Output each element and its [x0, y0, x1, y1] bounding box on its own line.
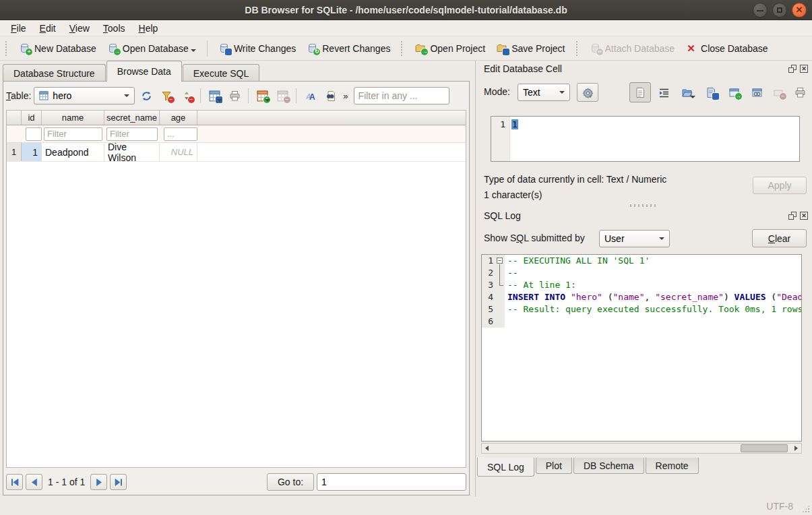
- sql-filter-select[interactable]: User: [599, 230, 670, 247]
- sql-log-hscrollbar[interactable]: [481, 443, 802, 454]
- previous-record-icon: [31, 479, 38, 486]
- edit-cell-toolbar: Mode: Text: [476, 82, 812, 102]
- cell-id[interactable]: 1: [22, 143, 42, 161]
- menu-view[interactable]: View: [63, 22, 96, 35]
- write-changes-button[interactable]: Write Changes: [213, 40, 301, 57]
- filter-any-column-input[interactable]: [354, 87, 449, 104]
- dock-tab-remote[interactable]: Remote: [646, 458, 699, 474]
- filter-input-name[interactable]: [44, 127, 102, 141]
- new-database-button[interactable]: + New Database: [13, 40, 102, 57]
- auto-mode-button[interactable]: [577, 83, 598, 102]
- sql-log-editor[interactable]: 1−-- EXECUTING ALL IN 'SQL 1'2--3-- At l…: [481, 254, 802, 442]
- tab-browse-data[interactable]: Browse Data: [106, 61, 182, 82]
- revert-changes-button[interactable]: ↻ Revert Changes: [301, 40, 396, 57]
- close-panel-icon[interactable]: ✕: [800, 212, 808, 220]
- indent-button[interactable]: [655, 84, 673, 101]
- cell-editor-content[interactable]: 1: [511, 119, 518, 129]
- save-project-button[interactable]: Save Project: [491, 40, 570, 57]
- dock-tab-db-schema[interactable]: DB Schema: [573, 458, 644, 474]
- scrollbar-thumb[interactable]: [741, 444, 788, 452]
- clear-sorting-button[interactable]: −: [178, 87, 195, 104]
- menu-tools[interactable]: Tools: [96, 22, 132, 35]
- print-icon: [794, 87, 806, 98]
- toolbar-overflow-chevron[interactable]: »: [342, 91, 349, 101]
- scroll-left-icon[interactable]: [482, 444, 492, 453]
- maximize-button[interactable]: [772, 3, 787, 18]
- sql-log-line: 2--: [482, 267, 801, 279]
- cell-editor[interactable]: 1 1: [491, 116, 800, 162]
- save-project-icon: [496, 42, 507, 54]
- edit-display-format-button[interactable]: AA: [301, 87, 319, 104]
- resize-grip[interactable]: [802, 505, 810, 513]
- copy-link-button[interactable]: [748, 84, 766, 101]
- delete-record-button[interactable]: −: [274, 87, 291, 104]
- apply-button[interactable]: Apply: [753, 177, 807, 194]
- toolbar-drag-handle[interactable]: [5, 41, 9, 56]
- close-panel-icon[interactable]: ✕: [800, 65, 808, 73]
- goto-input[interactable]: [317, 473, 466, 491]
- minimize-icon: [757, 10, 763, 11]
- tab-database-structure[interactable]: Database Structure: [3, 64, 106, 82]
- clear-log-button[interactable]: Clear: [752, 229, 807, 247]
- open-database-button[interactable]: → Open Database: [102, 40, 201, 57]
- menu-file[interactable]: File: [4, 22, 33, 35]
- find-in-table-button[interactable]: [321, 87, 339, 104]
- last-record-button[interactable]: [110, 474, 127, 490]
- menu-edit[interactable]: Edit: [33, 22, 63, 35]
- clear-filters-button[interactable]: −: [158, 87, 175, 104]
- chevron-down-icon: [659, 237, 664, 240]
- fold-collapse-icon[interactable]: −: [497, 258, 503, 264]
- window-title: DB Browser for SQLite - /home/user/code/…: [245, 5, 567, 16]
- cell-name[interactable]: Deadpond: [42, 143, 104, 161]
- table-select[interactable]: hero: [34, 87, 135, 104]
- open-database-dropdown-icon: [191, 49, 196, 52]
- import-icon: [681, 87, 693, 98]
- dock-tab-sql-log[interactable]: SQL Log: [477, 458, 534, 477]
- save-results-button[interactable]: [206, 87, 223, 104]
- column-header-id[interactable]: id: [22, 111, 42, 125]
- tab-execute-sql[interactable]: Execute SQL: [183, 64, 260, 82]
- minimize-button[interactable]: [753, 3, 768, 18]
- toolbar-drag-handle[interactable]: [576, 41, 580, 56]
- previous-record-button[interactable]: [26, 474, 42, 490]
- open-project-button[interactable]: → Open Project: [409, 40, 491, 57]
- sql-log-line: 6: [482, 315, 801, 328]
- column-header-age[interactable]: age: [160, 111, 197, 125]
- scrollbar-track[interactable]: [492, 444, 791, 453]
- mode-select[interactable]: Text: [518, 84, 570, 101]
- float-panel-icon[interactable]: [788, 212, 797, 220]
- dock-tab-plot[interactable]: Plot: [536, 458, 572, 474]
- export-data-button[interactable]: [702, 84, 720, 101]
- filter-input-id[interactable]: [26, 127, 42, 141]
- close-database-button[interactable]: ✕ Close Database: [680, 40, 774, 57]
- column-header-name[interactable]: name: [42, 111, 104, 125]
- refresh-button[interactable]: [137, 87, 155, 104]
- sql-log-line: 3-- At line 1:: [482, 279, 801, 291]
- float-panel-icon[interactable]: [788, 65, 797, 73]
- close-button[interactable]: ✕: [792, 3, 807, 18]
- toolbar-drag-handle[interactable]: [401, 41, 405, 56]
- first-record-button[interactable]: [6, 474, 23, 490]
- scroll-right-icon[interactable]: [791, 444, 801, 453]
- browse-toolbar: Table: hero −: [6, 86, 466, 106]
- print-button[interactable]: [226, 87, 243, 104]
- filter-input-age[interactable]: [164, 127, 197, 141]
- insert-record-dropdown-icon: [265, 99, 270, 102]
- sql-log-lines: 1−-- EXECUTING ALL IN 'SQL 1'2--3-- At l…: [482, 255, 801, 328]
- attach-database-button[interactable]: ∞ Attach Database: [584, 40, 681, 57]
- next-record-button[interactable]: [90, 474, 107, 490]
- cell-secret-name[interactable]: Dive Wilson: [104, 143, 160, 161]
- text-mode-toggle-button[interactable]: [629, 82, 651, 102]
- font-icon: AA: [305, 90, 316, 102]
- insert-record-button[interactable]: +: [253, 87, 271, 104]
- panel-splitter-handle[interactable]: [630, 204, 658, 207]
- import-data-button[interactable]: [678, 84, 695, 101]
- filter-input-secret-name[interactable]: [106, 127, 158, 141]
- goto-button[interactable]: Go to:: [267, 473, 314, 491]
- print-cell-button[interactable]: [791, 84, 809, 101]
- cell-age-null[interactable]: NULL: [171, 147, 193, 157]
- set-null-button[interactable]: −: [770, 84, 787, 101]
- open-external-button[interactable]: →: [725, 84, 743, 101]
- column-header-secret-name[interactable]: secret_name: [104, 111, 160, 125]
- menu-help[interactable]: Help: [132, 22, 165, 35]
